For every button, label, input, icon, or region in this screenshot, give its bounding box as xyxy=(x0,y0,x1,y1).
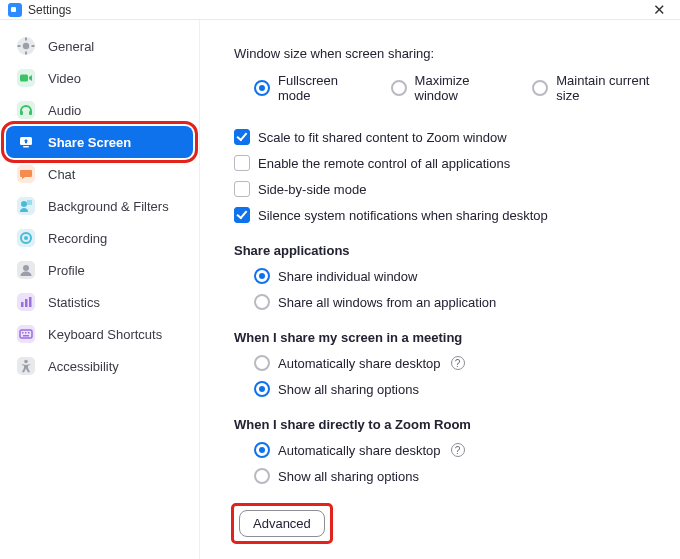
gear-icon xyxy=(16,36,36,56)
checkbox-label: Scale to fit shared content to Zoom wind… xyxy=(258,130,507,145)
sidebar-item-background-filters[interactable]: Background & Filters xyxy=(6,190,193,222)
share-screen-icon xyxy=(16,132,36,152)
radio-maximize-window[interactable]: Maximize window xyxy=(391,73,503,103)
radio-meeting-show-all[interactable]: Show all sharing options xyxy=(254,381,660,397)
radio-zr-auto-desktop[interactable]: Automatically share desktop ? xyxy=(254,442,660,458)
sidebar-item-share-screen[interactable]: Share Screen xyxy=(6,126,193,158)
radio-label: Automatically share desktop xyxy=(278,356,441,371)
radio-icon xyxy=(532,80,548,96)
svg-point-22 xyxy=(23,265,29,271)
sidebar-item-label: Audio xyxy=(48,103,81,118)
video-camera-icon xyxy=(16,68,36,88)
sidebar-item-chat[interactable]: Chat xyxy=(6,158,193,190)
svg-rect-13 xyxy=(23,146,29,148)
svg-rect-29 xyxy=(22,332,24,334)
radio-icon xyxy=(254,268,270,284)
svg-point-20 xyxy=(24,236,28,240)
checkbox-icon xyxy=(234,181,250,197)
sidebar-item-profile[interactable]: Profile xyxy=(6,254,193,286)
accessibility-icon xyxy=(16,356,36,376)
radio-fullscreen-mode[interactable]: Fullscreen mode xyxy=(254,73,361,103)
radio-share-individual[interactable]: Share individual window xyxy=(254,268,660,284)
svg-rect-8 xyxy=(17,101,35,119)
svg-rect-24 xyxy=(21,302,24,307)
sidebar-item-label: Accessibility xyxy=(48,359,119,374)
radio-label: Fullscreen mode xyxy=(278,73,361,103)
profile-icon xyxy=(16,260,36,280)
sidebar-item-audio[interactable]: Audio xyxy=(6,94,193,126)
svg-point-34 xyxy=(24,360,28,364)
radio-label: Automatically share desktop xyxy=(278,443,441,458)
share-zoom-room-title: When I share directly to a Zoom Room xyxy=(234,417,660,432)
checkbox-label: Silence system notifications when sharin… xyxy=(258,208,548,223)
radio-meeting-auto-desktop[interactable]: Automatically share desktop ? xyxy=(254,355,660,371)
radio-icon xyxy=(254,381,270,397)
svg-rect-7 xyxy=(20,75,28,82)
radio-zr-show-all[interactable]: Show all sharing options xyxy=(254,468,660,484)
statistics-icon xyxy=(16,292,36,312)
titlebar: Settings ✕ xyxy=(0,0,680,20)
help-icon[interactable]: ? xyxy=(451,356,465,370)
sidebar-item-label: Chat xyxy=(48,167,75,182)
svg-rect-32 xyxy=(23,335,29,337)
svg-point-1 xyxy=(23,43,29,49)
sidebar-item-recording[interactable]: Recording xyxy=(6,222,193,254)
radio-icon xyxy=(254,294,270,310)
checkbox-label: Enable the remote control of all applica… xyxy=(258,156,510,171)
content-panel: Window size when screen sharing: Fullscr… xyxy=(200,20,680,559)
recording-icon xyxy=(16,228,36,248)
radio-icon xyxy=(254,468,270,484)
sidebar-item-video[interactable]: Video xyxy=(6,62,193,94)
radio-icon xyxy=(254,355,270,371)
checkbox-icon xyxy=(234,155,250,171)
sidebar-item-accessibility[interactable]: Accessibility xyxy=(6,350,193,382)
checkbox-icon xyxy=(234,129,250,145)
svg-point-16 xyxy=(21,201,27,207)
help-icon[interactable]: ? xyxy=(451,443,465,457)
window-title: Settings xyxy=(28,3,71,17)
radio-share-all-windows[interactable]: Share all windows from an application xyxy=(254,294,660,310)
sidebar-item-label: Statistics xyxy=(48,295,100,310)
advanced-button-highlight: Advanced xyxy=(234,506,330,541)
checkbox-side-by-side[interactable]: Side-by-side mode xyxy=(234,181,660,197)
sidebar-item-label: Background & Filters xyxy=(48,199,169,214)
window-size-label: Window size when screen sharing: xyxy=(234,46,660,61)
advanced-button[interactable]: Advanced xyxy=(239,510,325,537)
checkbox-scale-to-fit[interactable]: Scale to fit shared content to Zoom wind… xyxy=(234,129,660,145)
checkbox-remote-control[interactable]: Enable the remote control of all applica… xyxy=(234,155,660,171)
keyboard-icon xyxy=(16,324,36,344)
radio-icon xyxy=(391,80,407,96)
zoom-app-icon xyxy=(8,3,22,17)
sidebar-item-label: Profile xyxy=(48,263,85,278)
window-size-radio-group: Fullscreen mode Maximize window Maintain… xyxy=(254,73,660,113)
svg-rect-5 xyxy=(32,45,35,47)
sidebar-item-general[interactable]: General xyxy=(6,30,193,62)
svg-rect-31 xyxy=(28,332,30,334)
sidebar-item-label: General xyxy=(48,39,94,54)
svg-rect-17 xyxy=(27,200,32,205)
close-icon[interactable]: ✕ xyxy=(647,0,672,19)
radio-label: Maintain current size xyxy=(556,73,660,103)
svg-rect-26 xyxy=(29,297,32,307)
svg-rect-30 xyxy=(25,332,27,334)
checkbox-silence-notifications[interactable]: Silence system notifications when sharin… xyxy=(234,207,660,223)
checkbox-icon xyxy=(234,207,250,223)
chat-bubble-icon xyxy=(16,164,36,184)
svg-rect-25 xyxy=(25,299,28,307)
sidebar-item-label: Video xyxy=(48,71,81,86)
radio-label: Show all sharing options xyxy=(278,382,419,397)
sidebar-item-statistics[interactable]: Statistics xyxy=(6,286,193,318)
radio-label: Share all windows from an application xyxy=(278,295,496,310)
background-filters-icon xyxy=(16,196,36,216)
share-meeting-title: When I share my screen in a meeting xyxy=(234,330,660,345)
sidebar-item-label: Recording xyxy=(48,231,107,246)
radio-label: Share individual window xyxy=(278,269,417,284)
sidebar-item-keyboard-shortcuts[interactable]: Keyboard Shortcuts xyxy=(6,318,193,350)
settings-window: Settings ✕ General Video Aud xyxy=(0,0,680,559)
headphones-icon xyxy=(16,100,36,120)
svg-rect-2 xyxy=(25,38,27,41)
checkbox-label: Side-by-side mode xyxy=(258,182,366,197)
radio-maintain-current-size[interactable]: Maintain current size xyxy=(532,73,660,103)
radio-icon xyxy=(254,442,270,458)
sidebar-item-label: Keyboard Shortcuts xyxy=(48,327,162,342)
